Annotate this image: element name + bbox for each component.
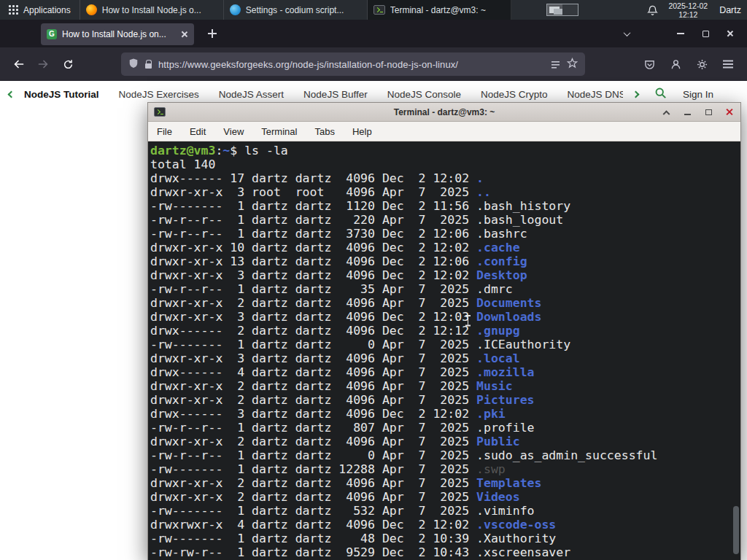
minimize-icon (684, 114, 691, 115)
terminal-line: -rw-r--r-- 1 dartz dartz 220 Apr 7 2025 … (150, 213, 740, 227)
nav-link-nodejs-exercises[interactable]: NodeJS Exercises (119, 89, 199, 100)
mouse-cursor (465, 315, 471, 327)
nav-link-nodejs-buffer[interactable]: NodeJS Buffer (303, 89, 368, 100)
menu-tabs[interactable]: Tabs (314, 126, 334, 137)
terminal-line: -rw-r--r-- 1 dartz dartz 807 Apr 7 2025 … (150, 421, 740, 435)
terminal-window-controls (661, 107, 735, 117)
reload-button[interactable] (55, 52, 80, 76)
terminal-line: dartz@vm3:~$ ls -la (150, 144, 740, 158)
menu-view[interactable]: View (223, 126, 244, 137)
terminal-lines: dartz@vm3:~$ ls -latotal 140drwx------ 1… (148, 141, 740, 559)
taskbar-window-list: How to Install Node.js o... Settings - c… (80, 0, 511, 20)
gfg-nav-right: Sign In (627, 87, 738, 101)
browser-maximize-button[interactable] (693, 23, 718, 44)
account-icon[interactable] (662, 52, 689, 76)
nav-link-nodejs-tutorial[interactable]: NodeJS Tutorial (24, 89, 99, 100)
nav-scroll-left-icon[interactable] (8, 90, 15, 98)
terminal-line: drwxr-xr-x 3 root root 4096 Apr 7 2025 .… (150, 185, 740, 199)
workspace-pager[interactable] (546, 4, 578, 16)
clock[interactable]: 2025-12-02 12:12 (668, 1, 708, 19)
list-all-tabs-button[interactable] (616, 23, 638, 44)
pocket-icon[interactable] (636, 52, 662, 76)
nav-link-nodejs-dns[interactable]: NodeJS DNS (568, 89, 623, 100)
menu-terminal[interactable]: Terminal (261, 126, 297, 137)
nav-link-nodejs-console[interactable]: NodeJS Console (387, 89, 461, 100)
notification-bell-icon[interactable] (647, 4, 658, 16)
taskbar-window-terminal[interactable]: Terminal - dartz@vm3: ~ (368, 0, 511, 20)
browser-minimize-button[interactable] (668, 23, 693, 44)
settings-gear-icon[interactable] (689, 52, 715, 76)
terminal-menubar: File Edit View Terminal Tabs Help (148, 122, 740, 141)
bookmark-star-icon[interactable] (567, 58, 578, 71)
terminal-maximize-button[interactable] (703, 107, 713, 117)
browser-close-button[interactable] (718, 23, 743, 44)
browser-tab[interactable]: G How to Install Node.js on... (41, 23, 194, 45)
gfg-favicon: G (47, 29, 57, 39)
close-icon (727, 30, 734, 37)
desktop: Applications How to Install Node.js o...… (0, 0, 747, 560)
close-icon (726, 108, 734, 116)
maximize-icon (705, 109, 712, 115)
clock-time: 12:12 (668, 10, 708, 19)
terminal-line: -rw------- 1 dartz dartz 532 Apr 7 2025 … (150, 504, 740, 518)
nav-scroll-right-icon[interactable] (632, 90, 640, 98)
reader-view-icon[interactable] (551, 60, 560, 69)
nav-link-nodejs-crypto[interactable]: NodeJS Crypto (481, 89, 548, 100)
browser-toolbar: https://www.geeksforgeeks.org/node-js/in… (0, 47, 747, 81)
menu-help[interactable]: Help (352, 126, 372, 137)
taskbar-window-title: How to Install Node.js o... (102, 5, 201, 15)
terminal-shade-button[interactable] (661, 107, 671, 117)
new-tab-button[interactable] (201, 23, 223, 44)
terminal-line: -rw------- 1 dartz dartz 1120 Dec 2 11:5… (150, 199, 740, 213)
search-icon[interactable] (654, 87, 667, 101)
nav-link-nodejs-assert[interactable]: NodeJS Assert (219, 89, 284, 100)
tab-title: How to Install Node.js on... (62, 29, 176, 39)
terminal-window-title: Terminal - dartz@vm3: ~ (148, 107, 740, 117)
terminal-scrollbar[interactable] (733, 506, 739, 554)
terminal-line: -rw-r--r-- 1 dartz dartz 0 Apr 7 2025 .s… (150, 448, 740, 462)
taskbar-window-title: Terminal - dartz@vm3: ~ (390, 5, 486, 15)
terminal-line: drwxr-xr-x 3 dartz dartz 4096 Apr 7 2025… (150, 351, 740, 365)
url-text[interactable]: https://www.geeksforgeeks.org/node-js/in… (158, 59, 544, 70)
menu-edit[interactable]: Edit (190, 126, 206, 137)
workspace-cell[interactable] (547, 4, 562, 15)
terminal-close-button[interactable] (724, 107, 735, 117)
terminal-line: drwxr-xr-x 3 dartz dartz 4096 Dec 2 12:0… (150, 268, 740, 282)
hamburger-bars (723, 63, 733, 65)
clock-date: 2025-12-02 (668, 1, 708, 10)
firefox-icon (86, 4, 97, 15)
url-bar[interactable]: https://www.geeksforgeeks.org/node-js/in… (121, 52, 585, 76)
taskbar-window-codium[interactable]: Settings - codium script... (224, 0, 368, 20)
browser-window-controls (668, 23, 743, 44)
menu-file[interactable]: File (157, 126, 172, 137)
forward-button[interactable] (31, 52, 55, 76)
back-button[interactable] (6, 52, 31, 76)
applications-menu-button[interactable]: Applications (0, 0, 80, 20)
tracking-shield-icon[interactable] (128, 58, 139, 71)
terminal-line: drwx------ 4 dartz dartz 4096 Apr 7 2025… (150, 365, 740, 379)
terminal-titlebar[interactable]: Terminal - dartz@vm3: ~ (148, 103, 740, 122)
applications-menu-label: Applications (23, 5, 71, 15)
taskbar-window-firefox[interactable]: How to Install Node.js o... (80, 0, 224, 20)
terminal-line: drwxrwxr-x 4 dartz dartz 4096 Dec 2 12:0… (150, 518, 740, 532)
terminal-minimize-button[interactable] (682, 107, 692, 117)
toolbar-right-icons (636, 52, 741, 76)
terminal-line: -rw-r--r-- 1 dartz dartz 3730 Dec 2 12:0… (150, 227, 740, 241)
plus-icon (208, 29, 217, 38)
user-menu[interactable]: Dartz (718, 5, 741, 15)
terminal-line: drwx------ 17 dartz dartz 4096 Dec 2 12:… (150, 171, 740, 185)
terminal-line: drwx------ 3 dartz dartz 4096 Dec 2 12:0… (150, 407, 740, 421)
terminal-line: drwxr-xr-x 2 dartz dartz 4096 Apr 7 2025… (150, 435, 740, 448)
menu-hamburger-icon[interactable] (715, 52, 741, 76)
taskbar-right-cluster: 2025-12-02 12:12 Dartz (647, 0, 747, 20)
terminal-screen[interactable]: dartz@vm3:~$ ls -latotal 140drwx------ 1… (148, 141, 740, 560)
lock-icon[interactable] (145, 63, 152, 69)
terminal-line: total 140 (150, 158, 740, 171)
chevron-down-icon (623, 29, 630, 36)
workspace-cell[interactable] (562, 4, 578, 15)
sign-in-button[interactable]: Sign In (683, 89, 738, 100)
terminal-line: drwxr-xr-x 2 dartz dartz 4096 Apr 7 2025… (150, 296, 740, 310)
tab-close-icon[interactable] (181, 31, 188, 38)
tab-bar: G How to Install Node.js on... (0, 20, 747, 47)
terminal-icon (374, 5, 385, 15)
